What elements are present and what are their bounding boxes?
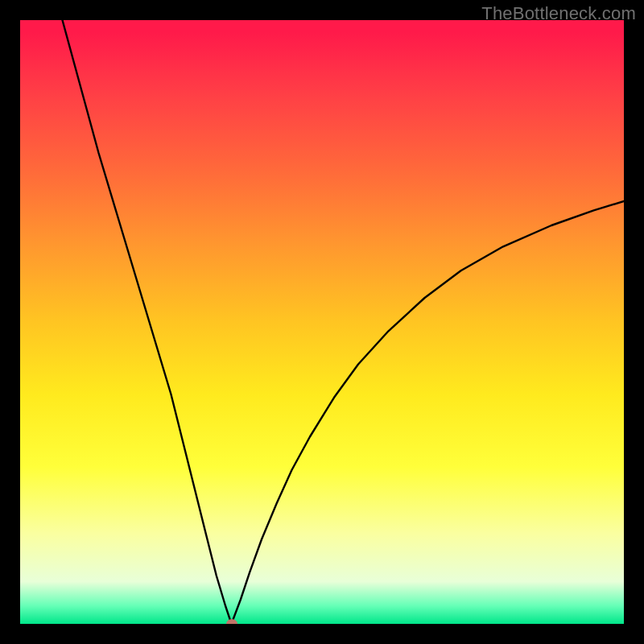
bottleneck-curve xyxy=(20,20,624,624)
bottleneck-marker xyxy=(226,619,237,624)
chart-frame: TheBottleneck.com xyxy=(0,0,644,644)
watermark-text: TheBottleneck.com xyxy=(481,3,636,24)
plot-area xyxy=(20,20,624,624)
